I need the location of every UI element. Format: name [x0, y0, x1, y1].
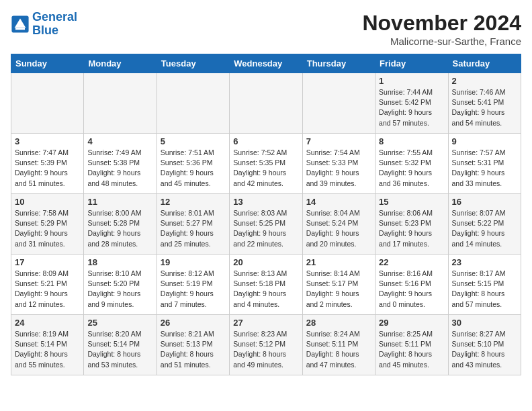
calendar-cell: 30Sunrise: 8:27 AM Sunset: 5:10 PM Dayli… [448, 315, 521, 375]
day-info: Sunrise: 7:44 AM Sunset: 5:42 PM Dayligh… [379, 87, 444, 128]
logo: General Blue [11, 11, 77, 38]
calendar-cell: 22Sunrise: 8:16 AM Sunset: 5:16 PM Dayli… [375, 255, 448, 315]
day-number: 18 [87, 257, 152, 267]
day-info: Sunrise: 8:12 AM Sunset: 5:19 PM Dayligh… [161, 269, 226, 310]
calendar-cell: 10Sunrise: 7:58 AM Sunset: 5:29 PM Dayli… [11, 194, 84, 255]
day-number: 11 [87, 197, 152, 207]
calendar-cell: 29Sunrise: 8:25 AM Sunset: 5:11 PM Dayli… [375, 315, 448, 375]
day-info: Sunrise: 8:19 AM Sunset: 5:14 PM Dayligh… [15, 329, 80, 370]
day-number: 12 [161, 197, 226, 207]
day-number: 7 [306, 136, 371, 146]
header-monday: Monday [84, 54, 157, 73]
day-number: 24 [15, 318, 80, 328]
day-info: Sunrise: 8:24 AM Sunset: 5:11 PM Dayligh… [306, 329, 371, 370]
day-number: 23 [452, 257, 517, 267]
calendar-cell: 1Sunrise: 7:44 AM Sunset: 5:42 PM Daylig… [375, 73, 448, 134]
calendar-cell: 13Sunrise: 8:03 AM Sunset: 5:25 PM Dayli… [230, 194, 302, 255]
day-number: 13 [233, 197, 298, 207]
day-info: Sunrise: 8:00 AM Sunset: 5:28 PM Dayligh… [87, 208, 152, 249]
day-number: 16 [452, 197, 517, 207]
header-thursday: Thursday [302, 54, 375, 73]
title-section: November 2024 Malicorne-sur-Sarthe, Fran… [362, 11, 521, 47]
calendar-cell: 24Sunrise: 8:19 AM Sunset: 5:14 PM Dayli… [11, 315, 84, 375]
day-number: 27 [233, 318, 298, 328]
day-info: Sunrise: 8:21 AM Sunset: 5:13 PM Dayligh… [161, 329, 226, 370]
calendar-cell: 12Sunrise: 8:01 AM Sunset: 5:27 PM Dayli… [157, 194, 229, 255]
day-info: Sunrise: 8:13 AM Sunset: 5:18 PM Dayligh… [233, 269, 298, 310]
calendar-table: SundayMondayTuesdayWednesdayThursdayFrid… [11, 54, 521, 375]
week-row-1: 3Sunrise: 7:47 AM Sunset: 5:39 PM Daylig… [11, 134, 521, 194]
day-number: 22 [379, 257, 444, 267]
day-info: Sunrise: 7:58 AM Sunset: 5:29 PM Dayligh… [15, 208, 80, 249]
day-number: 9 [452, 136, 517, 146]
day-info: Sunrise: 8:14 AM Sunset: 5:17 PM Dayligh… [306, 269, 371, 310]
calendar-cell: 3Sunrise: 7:47 AM Sunset: 5:39 PM Daylig… [11, 134, 84, 194]
svg-rect-2 [15, 28, 25, 30]
calendar-cell: 6Sunrise: 7:52 AM Sunset: 5:35 PM Daylig… [230, 134, 302, 194]
day-info: Sunrise: 8:23 AM Sunset: 5:12 PM Dayligh… [233, 329, 298, 370]
day-number: 20 [233, 257, 298, 267]
week-row-0: 1Sunrise: 7:44 AM Sunset: 5:42 PM Daylig… [11, 73, 521, 134]
day-number: 2 [452, 76, 517, 86]
calendar-cell: 17Sunrise: 8:09 AM Sunset: 5:21 PM Dayli… [11, 255, 84, 315]
day-info: Sunrise: 8:17 AM Sunset: 5:15 PM Dayligh… [452, 269, 517, 310]
month-title: November 2024 [362, 11, 521, 36]
calendar-cell: 18Sunrise: 8:10 AM Sunset: 5:20 PM Dayli… [84, 255, 157, 315]
day-info: Sunrise: 7:47 AM Sunset: 5:39 PM Dayligh… [15, 148, 80, 189]
day-number: 25 [87, 318, 152, 328]
calendar-cell: 7Sunrise: 7:54 AM Sunset: 5:33 PM Daylig… [302, 134, 375, 194]
day-info: Sunrise: 8:04 AM Sunset: 5:24 PM Dayligh… [306, 208, 371, 249]
logo-line1: General [32, 10, 77, 24]
header-tuesday: Tuesday [157, 54, 229, 73]
day-info: Sunrise: 8:06 AM Sunset: 5:23 PM Dayligh… [379, 208, 444, 249]
day-number: 3 [15, 136, 80, 146]
day-info: Sunrise: 7:54 AM Sunset: 5:33 PM Dayligh… [306, 148, 371, 189]
day-info: Sunrise: 7:57 AM Sunset: 5:31 PM Dayligh… [452, 148, 517, 189]
day-info: Sunrise: 7:46 AM Sunset: 5:41 PM Dayligh… [452, 87, 517, 128]
page-header: General Blue November 2024 Malicorne-sur… [11, 11, 521, 47]
header-sunday: Sunday [11, 54, 84, 73]
day-number: 1 [379, 76, 444, 86]
day-info: Sunrise: 8:09 AM Sunset: 5:21 PM Dayligh… [15, 269, 80, 310]
calendar-cell: 27Sunrise: 8:23 AM Sunset: 5:12 PM Dayli… [230, 315, 302, 375]
day-number: 6 [233, 136, 298, 146]
calendar-cell: 20Sunrise: 8:13 AM Sunset: 5:18 PM Dayli… [230, 255, 302, 315]
day-info: Sunrise: 8:20 AM Sunset: 5:14 PM Dayligh… [87, 329, 152, 370]
header-wednesday: Wednesday [230, 54, 302, 73]
day-info: Sunrise: 7:51 AM Sunset: 5:36 PM Dayligh… [161, 148, 226, 189]
day-info: Sunrise: 8:10 AM Sunset: 5:20 PM Dayligh… [87, 269, 152, 310]
day-number: 29 [379, 318, 444, 328]
day-info: Sunrise: 8:16 AM Sunset: 5:16 PM Dayligh… [379, 269, 444, 310]
day-number: 30 [452, 318, 517, 328]
day-info: Sunrise: 7:52 AM Sunset: 5:35 PM Dayligh… [233, 148, 298, 189]
calendar-cell [302, 73, 375, 134]
calendar-cell: 11Sunrise: 8:00 AM Sunset: 5:28 PM Dayli… [84, 194, 157, 255]
calendar-cell [157, 73, 229, 134]
calendar-cell: 21Sunrise: 8:14 AM Sunset: 5:17 PM Dayli… [302, 255, 375, 315]
day-number: 19 [161, 257, 226, 267]
day-info: Sunrise: 8:27 AM Sunset: 5:10 PM Dayligh… [452, 329, 517, 370]
calendar-cell: 4Sunrise: 7:49 AM Sunset: 5:38 PM Daylig… [84, 134, 157, 194]
day-info: Sunrise: 8:03 AM Sunset: 5:25 PM Dayligh… [233, 208, 298, 249]
calendar-cell: 14Sunrise: 8:04 AM Sunset: 5:24 PM Dayli… [302, 194, 375, 255]
day-number: 8 [379, 136, 444, 146]
day-number: 14 [306, 197, 371, 207]
day-number: 21 [306, 257, 371, 267]
week-row-2: 10Sunrise: 7:58 AM Sunset: 5:29 PM Dayli… [11, 194, 521, 255]
calendar-cell: 2Sunrise: 7:46 AM Sunset: 5:41 PM Daylig… [448, 73, 521, 134]
day-number: 15 [379, 197, 444, 207]
header-friday: Friday [375, 54, 448, 73]
calendar-cell: 23Sunrise: 8:17 AM Sunset: 5:15 PM Dayli… [448, 255, 521, 315]
calendar-cell: 8Sunrise: 7:55 AM Sunset: 5:32 PM Daylig… [375, 134, 448, 194]
calendar-cell: 28Sunrise: 8:24 AM Sunset: 5:11 PM Dayli… [302, 315, 375, 375]
day-number: 10 [15, 197, 80, 207]
calendar-cell [230, 73, 302, 134]
logo-text: General Blue [32, 11, 77, 38]
day-info: Sunrise: 8:07 AM Sunset: 5:22 PM Dayligh… [452, 208, 517, 249]
day-info: Sunrise: 7:55 AM Sunset: 5:32 PM Dayligh… [379, 148, 444, 189]
day-info: Sunrise: 7:49 AM Sunset: 5:38 PM Dayligh… [87, 148, 152, 189]
day-info: Sunrise: 8:01 AM Sunset: 5:27 PM Dayligh… [161, 208, 226, 249]
calendar-cell: 26Sunrise: 8:21 AM Sunset: 5:13 PM Dayli… [157, 315, 229, 375]
logo-line2: Blue [32, 24, 58, 37]
day-number: 26 [161, 318, 226, 328]
